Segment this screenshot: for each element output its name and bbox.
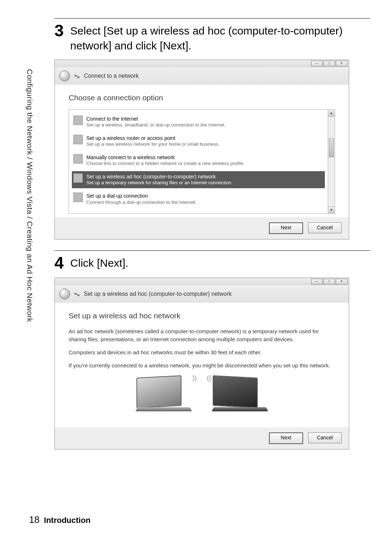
- laptop-illustration: )) ((: [69, 376, 335, 413]
- window-titlebar: — □ ✕: [55, 278, 349, 285]
- dialup-icon: [73, 193, 83, 202]
- sidebar-breadcrumb: Configuring the Network / Windows Vista …: [25, 69, 34, 322]
- option-title: Set up a wireless router or access point: [86, 135, 220, 141]
- step-3: 3 Select [Set up a wireless ad hoc (comp…: [54, 18, 370, 239]
- back-button[interactable]: ←: [59, 289, 70, 299]
- body-heading: Choose a connection option: [69, 93, 335, 102]
- body-heading: Set up a wireless ad hoc network: [69, 311, 335, 320]
- page-footer: 18 Introduction: [29, 514, 90, 525]
- dialog-body: Choose a connection option Connect to th…: [55, 85, 349, 217]
- scroll-thumb[interactable]: [329, 138, 334, 157]
- adhoc-setup-dialog: — □ ✕ ← Set up a wireless ad hoc (comput…: [54, 278, 349, 450]
- laptop-right-icon: ((: [213, 376, 267, 413]
- step-number: 3: [54, 22, 64, 39]
- step-4: 4 Click [Next]. — □ ✕ ← Set up a wireles…: [54, 250, 370, 450]
- dialog-footer: Next Cancel: [55, 427, 349, 449]
- dialog-header: ← Connect to a network: [55, 67, 349, 85]
- window-titlebar: — □ ✕: [55, 60, 349, 67]
- body-paragraph: Computers and devices in ad hoc networks…: [69, 348, 335, 356]
- option-manual-wireless[interactable]: Manually connect to a wireless network C…: [72, 152, 325, 169]
- signal-out-icon: )): [192, 374, 197, 382]
- globe-icon: [73, 116, 83, 125]
- connection-options-list: Connect to the Internet Set up a wireles…: [69, 109, 328, 214]
- option-title: Set up a dial-up connection: [86, 193, 197, 199]
- maximize-button[interactable]: □: [323, 61, 335, 67]
- network-icon: [74, 291, 80, 297]
- dialog-title: Connect to a network: [84, 73, 139, 79]
- maximize-button[interactable]: □: [323, 279, 335, 285]
- scrollbar[interactable]: ▲ ▼: [328, 109, 335, 214]
- close-button[interactable]: ✕: [336, 61, 347, 67]
- page-content: 3 Select [Set up a wireless ad hoc (comp…: [54, 18, 370, 450]
- option-title: Connect to the Internet: [86, 116, 226, 122]
- step-instruction: Click [Next].: [70, 254, 128, 271]
- option-subtitle: Set up a wireless, broadband, or dial-up…: [86, 122, 226, 128]
- page-section-title: Introduction: [44, 516, 90, 525]
- next-button[interactable]: Next: [269, 222, 303, 234]
- body-paragraph: An ad hoc network (sometimes called a co…: [69, 327, 335, 343]
- network-icon: [74, 73, 80, 79]
- step-number: 4: [54, 254, 64, 271]
- dialog-title: Set up a wireless ad hoc (computer-to-co…: [84, 291, 232, 297]
- laptop-left-icon: )): [136, 376, 191, 413]
- step-instruction: Select [Set up a wireless ad hoc (comput…: [70, 22, 370, 53]
- option-subtitle: Set up a new wireless network for your h…: [86, 141, 220, 148]
- option-title: Set up a wireless ad hoc (computer-to-co…: [86, 173, 233, 180]
- router-icon: [73, 135, 83, 144]
- cancel-button[interactable]: Cancel: [308, 432, 342, 443]
- option-subtitle: Connect through a dial-up connection to …: [86, 200, 197, 206]
- arrow-left-icon: ←: [62, 73, 68, 79]
- option-adhoc-network[interactable]: Set up a wireless ad hoc (computer-to-co…: [72, 171, 325, 188]
- arrow-left-icon: ←: [62, 291, 68, 297]
- signal-in-icon: ((: [207, 374, 211, 382]
- minimize-button[interactable]: —: [311, 61, 323, 67]
- page-number: 18: [29, 514, 40, 525]
- option-title: Manually connect to a wireless network: [86, 154, 245, 161]
- scroll-up-icon[interactable]: ▲: [328, 110, 335, 117]
- option-subtitle: Choose this to connect to a hidden netwo…: [86, 161, 245, 167]
- body-paragraph: If you're currently connected to a wirel…: [69, 362, 335, 370]
- option-subtitle: Set up a temporary network for sharing f…: [86, 180, 233, 186]
- close-button[interactable]: ✕: [336, 279, 347, 285]
- dialog-header: ← Set up a wireless ad hoc (computer-to-…: [55, 285, 349, 303]
- wireless-icon: [73, 154, 83, 164]
- cancel-button[interactable]: Cancel: [308, 222, 342, 233]
- scroll-track[interactable]: [328, 117, 335, 206]
- option-setup-router[interactable]: Set up a wireless router or access point…: [72, 133, 325, 150]
- minimize-button[interactable]: —: [311, 279, 323, 285]
- next-button[interactable]: Next: [269, 432, 303, 444]
- back-button[interactable]: ←: [59, 70, 70, 81]
- connect-network-dialog: — □ ✕ ← Connect to a network Choose a co…: [54, 60, 349, 239]
- option-connect-internet[interactable]: Connect to the Internet Set up a wireles…: [72, 113, 325, 130]
- adhoc-icon: [73, 173, 83, 183]
- dialog-footer: Next Cancel: [55, 217, 349, 239]
- option-dialup[interactable]: Set up a dial-up connection Connect thro…: [72, 190, 325, 207]
- scroll-down-icon[interactable]: ▼: [328, 206, 335, 213]
- dialog-body: Set up a wireless ad hoc network An ad h…: [55, 303, 349, 427]
- manual-page: Configuring the Network / Windows Vista …: [0, 0, 392, 540]
